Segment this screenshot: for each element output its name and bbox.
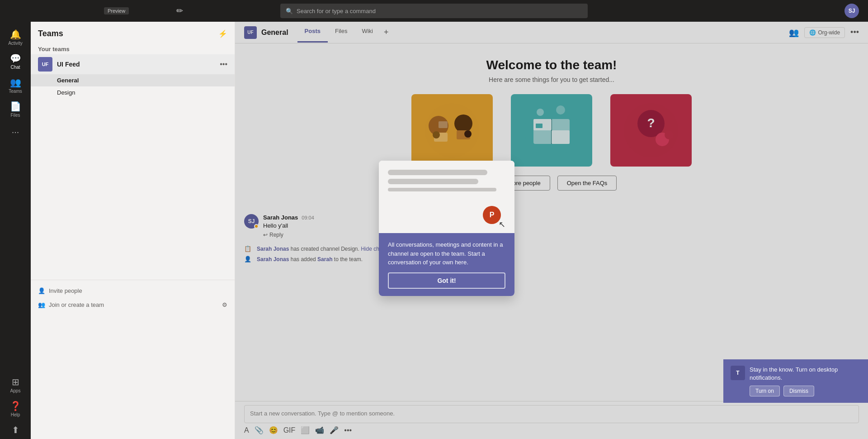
svg-point-7 — [464, 130, 472, 138]
channel-more-icon[interactable]: ••• — [850, 28, 859, 37]
invite-label: Invite people — [49, 287, 82, 294]
attach-icon[interactable]: 📎 — [255, 426, 264, 434]
channel-team-avatar: UF — [244, 26, 257, 39]
team-item-ui-feed[interactable]: UF UI Feed ••• — [31, 54, 235, 74]
nav-item-activity[interactable]: 🔔 Activity — [0, 25, 31, 49]
dismiss-button[interactable]: Dismiss — [783, 386, 814, 396]
join-team-item[interactable]: 👥 Join or create a team ⚙ — [31, 298, 235, 312]
welcome-card-faqs: ? — [610, 94, 692, 167]
nav-item-files[interactable]: 📄 Files — [0, 97, 31, 121]
invite-people-item[interactable]: 👤 Invite people — [31, 284, 235, 298]
message-input-area: Start a new conversation. Type @ to ment… — [235, 401, 868, 439]
welcome-card-meetings — [511, 94, 592, 167]
tooltip-text: All conversations, meetings and content … — [388, 240, 505, 267]
teams-icon: 👥 — [10, 77, 21, 88]
message-time: 09:04 — [302, 215, 314, 220]
tooltip-line-1 — [388, 170, 487, 175]
channel-tabs: Posts Files Wiki + — [297, 22, 789, 43]
tooltip-line-3 — [388, 188, 496, 191]
welcome-subtitle: Here are some things for you to get star… — [253, 76, 850, 83]
toast-content: Stay in the know. Turn on desktop notifi… — [750, 366, 861, 396]
nav-item-chat[interactable]: 💬 Chat — [0, 49, 31, 73]
avatar-status — [254, 224, 259, 229]
avatar-initials: SJ — [248, 218, 255, 224]
teams-label: Teams — [9, 89, 22, 94]
message-avatar: SJ — [244, 214, 259, 229]
chat-icon: 💬 — [10, 53, 21, 64]
reply-icon: ↩ — [263, 232, 268, 238]
more-toolbar-icon[interactable]: ••• — [344, 426, 352, 434]
activity-text-2: Sarah Jonas has added Sarah to the team. — [257, 256, 363, 262]
svg-point-6 — [433, 131, 440, 138]
your-teams-label: Your teams — [31, 42, 235, 54]
cursor-icon: ↖ — [499, 220, 505, 229]
nav-item-help[interactable]: ❓ Help — [0, 397, 31, 421]
activity-row-2: 👤 Sarah Jonas has added Sarah to the tea… — [244, 254, 859, 264]
svg-point-20 — [665, 130, 674, 139]
tab-wiki[interactable]: Wiki — [354, 22, 380, 43]
activity-sender-1[interactable]: Sarah Jonas — [257, 246, 289, 252]
message-toolbar: A 📎 😊 GIF ⬜ 📹 🎤 ••• — [244, 423, 859, 435]
apps-label: Apps — [10, 388, 21, 393]
tooltip-popup: P ↖ All conversations, meetings and cont… — [379, 161, 514, 296]
top-bar: Preview ✏ 🔍 Search for or type a command… — [0, 0, 868, 22]
sidebar-header: Teams ⚡ — [31, 22, 235, 42]
filter-icon[interactable]: ⚡ — [218, 29, 227, 38]
tab-posts[interactable]: Posts — [297, 22, 328, 43]
svg-rect-5 — [439, 121, 448, 128]
sidebar-title: Teams — [38, 29, 63, 38]
toast-actions: Turn on Dismiss — [750, 386, 861, 396]
message-content: Sarah Jonas 09:04 Hello y'all ↩ Reply — [263, 214, 859, 238]
gif-icon[interactable]: GIF — [283, 426, 296, 434]
open-faqs-button[interactable]: Open the FAQs — [557, 176, 617, 191]
activity-member[interactable]: Sarah — [317, 256, 332, 262]
welcome-cards: ? — [253, 94, 850, 167]
reply-button[interactable]: ↩ Reply — [263, 232, 859, 238]
channel-actions: 👥 🌐 Org-wide ••• — [789, 27, 859, 38]
sidebar-bottom: 👤 Invite people 👥 Join or create a team … — [31, 280, 235, 315]
svg-point-2 — [454, 115, 472, 133]
turn-on-button[interactable]: Turn on — [750, 386, 780, 396]
message-row: SJ Sarah Jonas 09:04 Hello y'all ↩ Reply — [244, 214, 859, 238]
invite-icon: 👤 — [38, 287, 45, 294]
nav-item-teams[interactable]: 👥 Teams — [0, 73, 31, 97]
reply-label: Reply — [269, 232, 283, 238]
message-sender: Sarah Jonas — [263, 214, 298, 221]
emoji-icon[interactable]: 😊 — [269, 426, 278, 434]
svg-rect-12 — [536, 124, 542, 128]
nav-item-apps[interactable]: ⊞ Apps — [0, 373, 31, 397]
team-more-icon[interactable]: ••• — [220, 60, 227, 68]
audio-icon[interactable]: 🎤 — [330, 426, 339, 434]
activity-icon: 🔔 — [10, 29, 21, 40]
format-icon[interactable]: A — [244, 426, 249, 434]
toast-text: Stay in the know. Turn on desktop notifi… — [750, 366, 861, 382]
profile-avatar[interactable]: SJ — [844, 4, 859, 18]
toast-avatar: T — [731, 366, 745, 380]
files-icon: 📄 — [10, 101, 21, 112]
sticker-icon[interactable]: ⬜ — [301, 426, 310, 434]
activity-row-1: 📋 Sarah Jonas has created channel Design… — [244, 243, 859, 254]
add-tab-button[interactable]: + — [380, 22, 392, 43]
globe-icon: 🌐 — [809, 29, 816, 36]
channel-item-general[interactable]: General — [31, 74, 235, 86]
people-icon[interactable]: 👥 — [789, 28, 799, 38]
activity-sender-2[interactable]: Sarah Jonas — [257, 256, 289, 262]
org-wide-button[interactable]: 🌐 Org-wide — [804, 27, 845, 38]
tab-files[interactable]: Files — [328, 22, 354, 43]
channel-name: General — [261, 29, 288, 37]
message-input-box[interactable]: Start a new conversation. Type @ to ment… — [244, 405, 859, 423]
meet-icon[interactable]: 📹 — [315, 426, 324, 434]
edit-icon[interactable]: ✏ — [176, 6, 183, 16]
channel-item-design[interactable]: Design — [31, 86, 235, 99]
welcome-title: Welcome to the team! — [253, 58, 850, 72]
activity-text-1: Sarah Jonas has created channel Design. … — [257, 246, 392, 252]
got-it-button[interactable]: Got it! — [388, 272, 505, 289]
nav-more[interactable]: ... — [12, 121, 19, 139]
settings-icon[interactable]: ⚙ — [222, 301, 227, 308]
added-member-icon: 👤 — [244, 256, 253, 262]
search-placeholder: Search for or type a command — [297, 8, 376, 14]
activity-added: has added — [291, 256, 317, 262]
channel-header: UF General Posts Files Wiki + 👥 🌐 Org-wi… — [235, 22, 868, 43]
nav-item-upload[interactable]: ⬆ — [0, 421, 31, 439]
search-bar[interactable]: 🔍 Search for or type a command — [280, 4, 588, 18]
